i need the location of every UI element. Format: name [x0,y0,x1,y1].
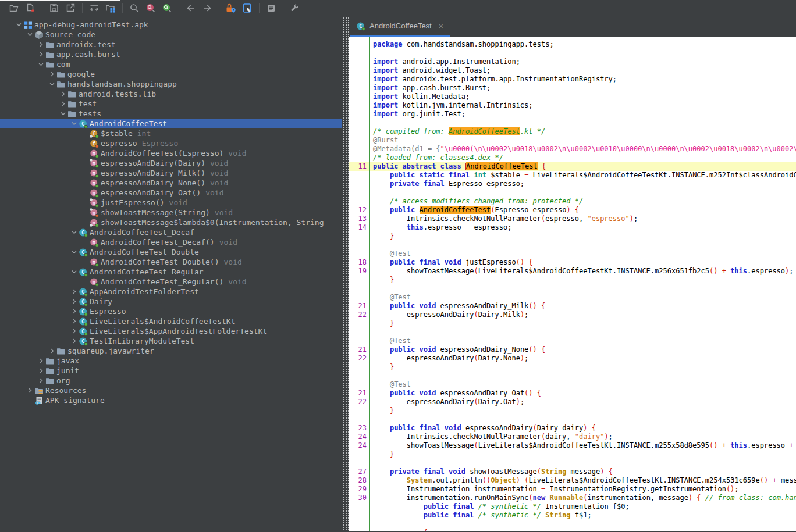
log-viewer-button[interactable] [264,1,279,15]
tree-item-label: AndroidCoffeeTest_Double() [101,257,219,267]
code-line: 14 this.espresso = espresso; [349,223,796,232]
tree-item-showtoastmessage-lambda-0-instrumentation-string[interactable]: mshowToastMessage$lambda$0(Instrumentati… [0,217,342,227]
chevron-down-icon[interactable] [47,80,56,89]
tree-item-label: AndroidCoffeeTest_Regular [90,267,204,277]
tree-item-android-tests-lib[interactable]: android.tests.lib [0,89,342,99]
panel-splitter[interactable] [342,16,349,531]
tree-item-espresso[interactable]: CEspresso [0,306,342,316]
tree-item-tests[interactable]: tests [0,109,342,119]
tree-item-androidcoffeetest-decaf[interactable]: CAndroidCoffeeTest_Decaf [0,227,342,237]
chevron-down-icon[interactable] [25,30,34,40]
tree-item-showtoastmessage-string[interactable]: mshowToastMessage(String)void [0,208,342,217]
search-button[interactable] [127,1,142,15]
tree-item-espressoanddairy-none[interactable]: mespressoAndDairy_None()void [0,178,342,188]
tree-item-liveliterals-appandroidtestfoldertestkt[interactable]: CLiveLiterals$AppAndroidTestFolderTestKt [0,326,342,336]
tree-item-app-debug-androidtest-apk[interactable]: app-debug-androidTest.apk [0,20,342,30]
code-line: import kotlin.jvm.internal.Intrinsics; [349,101,796,110]
chevron-right-icon[interactable] [47,70,56,79]
chevron-right-icon[interactable] [69,327,79,336]
tree-item-androidcoffeetest[interactable]: CAndroidCoffeeTest [0,119,342,128]
add-files-button[interactable] [23,1,38,15]
tab-androidcoffeetest[interactable]: C AndroidCoffeeTest × [350,17,450,37]
tree-item-espressoanddairy-milk[interactable]: mespressoAndDairy_Milk()void [0,168,342,178]
project-tree[interactable]: app-debug-androidTest.apkSource codeandr… [0,16,342,531]
tree-item-justespresso[interactable]: mjustEspresso()void [0,198,342,208]
chevron-down-icon[interactable] [69,228,79,237]
tree-item-org[interactable]: org [0,376,342,385]
tree-item-squareup-javawriter[interactable]: squareup.javawriter [0,346,342,356]
code-line: import android.app.Instrumentation; [349,58,796,66]
tree-item-androidcoffeetest-regular[interactable]: CAndroidCoffeeTest_Regular [0,267,342,277]
chevron-right-icon[interactable] [36,366,45,376]
chevron-down-icon[interactable] [14,20,23,30]
chevron-right-icon[interactable] [47,347,56,356]
toolbar-separator [122,3,123,13]
preferences-button[interactable] [287,1,303,15]
tree-item-appandroidtestfoldertest[interactable]: CAppAndroidTestFolderTest [0,287,342,297]
chevron-down-icon[interactable] [69,267,79,277]
flatten-packages-button[interactable] [103,1,118,15]
chevron-right-icon[interactable] [36,40,45,49]
line-number: 19 [349,267,367,276]
tree-item-javax[interactable]: javax [0,356,342,366]
open-folder-icon [9,3,19,13]
chevron-right-icon[interactable] [36,50,45,59]
chevron-down-icon[interactable] [69,119,79,128]
open-file-button[interactable] [6,1,22,15]
tree-item-type: Espresso [142,139,179,148]
tree-item-androidx-test[interactable]: androidx.test [0,40,342,49]
tree-item-androidcoffeetest-espresso[interactable]: mAndroidCoffeeTest(Espresso)void [0,148,342,158]
tree-item-apk-signature[interactable]: APK signature [0,395,342,405]
tree-item-espressoanddairy-dairy[interactable]: mespressoAndDairy(Dairy)void [0,158,342,168]
chevron-right-icon[interactable] [36,356,45,366]
tree-item-junit[interactable]: junit [0,366,342,376]
select-class-button[interactable] [240,1,255,15]
editor-panel: C AndroidCoffeeTest × package com.handst… [349,16,796,531]
code-editor[interactable]: package com.handstandsam.shoppingapp.tes… [349,37,796,531]
close-icon[interactable]: × [439,22,443,31]
tree-item-resources[interactable]: Resources [0,385,342,395]
tree-item-espresso[interactable]: fespressoEspresso [0,138,342,148]
chevron-right-icon[interactable] [69,287,79,297]
resize-panels-button[interactable] [87,1,102,15]
tree-item-source-code[interactable]: Source code [0,30,342,40]
tree-item-espressoanddairy-oat[interactable]: mespressoAndDairy_Oat()void [0,188,342,198]
tree-item-androidcoffeetest-double[interactable]: mAndroidCoffeeTest_Double()void [0,257,342,267]
tree-item-dairy[interactable]: CDairy [0,297,342,306]
class-icon: C [79,267,90,277]
deobfuscation-button[interactable] [223,1,239,15]
chevron-right-icon[interactable] [69,317,79,326]
chevron-down-icon[interactable] [36,60,45,69]
chevron-right-icon[interactable] [69,337,79,346]
tree-item-label: app-debug-androidTest.apk [34,20,148,30]
tree-item-app-cash-burst[interactable]: app.cash.burst [0,49,342,59]
tree-item-liveliterals-androidcoffeetestkt[interactable]: CLiveLiterals$AndroidCoffeeTestKt [0,316,342,326]
back-button[interactable] [183,1,198,15]
tree-item-testinlibrarymoduletest[interactable]: CTestInLibraryModuleTest [0,336,342,346]
class-search-button[interactable] [159,1,175,15]
tree-item-androidcoffeetest-double[interactable]: CAndroidCoffeeTest_Double [0,247,342,257]
tree-item-google[interactable]: google [0,69,342,79]
chevron-right-icon[interactable] [69,307,79,316]
tree-item-com[interactable]: com [0,59,342,69]
forward-button[interactable] [200,1,215,15]
chevron-down-icon[interactable] [69,248,79,257]
chevron-right-icon[interactable] [25,386,34,395]
chevron-right-icon[interactable] [58,99,67,109]
code-line: @Burst [349,136,796,145]
chevron-right-icon[interactable] [58,90,67,99]
code-line: 28 System.out.println((Object) (LiveLite… [349,476,796,485]
save-all-button[interactable] [47,1,62,15]
tree-item-handstandsam-shoppingapp[interactable]: handstandsam.shoppingapp [0,79,342,89]
tree-item-test[interactable]: test [0,99,342,109]
chevron-right-icon[interactable] [69,297,79,306]
svg-text:m: m [93,209,95,215]
log-document-icon [266,3,276,13]
tree-item-stable[interactable]: f$stableint [0,128,342,138]
chevron-down-icon[interactable] [58,109,67,119]
tree-item-androidcoffeetest-decaf[interactable]: mAndroidCoffeeTest_Decaf()void [0,237,342,247]
tree-item-androidcoffeetest-regular[interactable]: mAndroidCoffeeTest_Regular()void [0,277,342,287]
text-search-button[interactable] [143,1,158,15]
export-button[interactable] [63,1,78,15]
chevron-right-icon[interactable] [36,376,45,385]
